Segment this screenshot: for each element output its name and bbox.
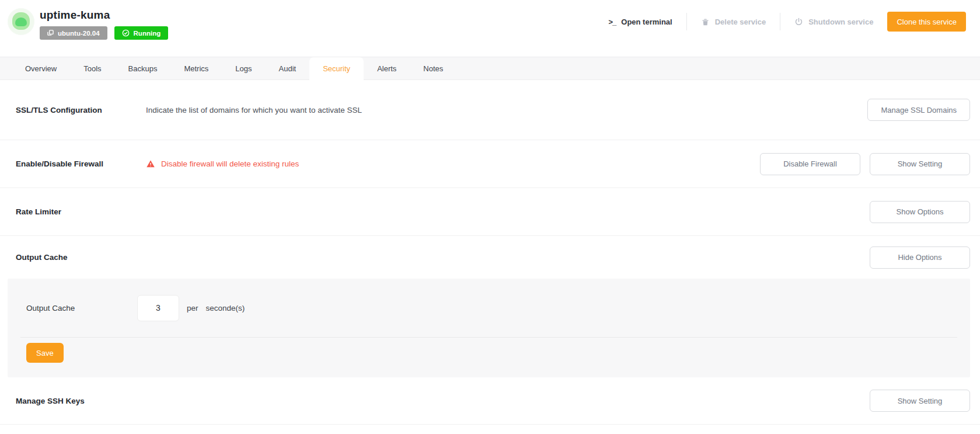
ssh-keys-row: Manage SSH Keys Show Setting [0,377,980,425]
tab-bar: Overview Tools Backups Metrics Logs Audi… [0,57,980,80]
tab-tools[interactable]: Tools [70,57,114,79]
disable-firewall-button[interactable]: Disable Firewall [760,153,860,175]
header-actions: >_ Open terminal Delete service Shutdown… [608,8,966,35]
output-cache-value-input[interactable] [137,295,179,321]
firewall-row: Enable/Disable Firewall Disable firewall… [0,140,980,188]
delete-service-button[interactable]: Delete service [701,18,766,26]
tab-backups[interactable]: Backups [115,57,171,79]
shutdown-service-button[interactable]: Shutdown service [794,18,873,26]
header-divider [686,13,687,30]
open-terminal-label: Open terminal [621,18,672,26]
firewall-label: Enable/Disable Firewall [16,159,146,168]
save-button[interactable]: Save [26,343,64,363]
tab-notes[interactable]: Notes [410,57,456,79]
check-circle-icon [122,29,130,37]
manage-ssl-domains-button[interactable]: Manage SSL Domains [867,99,970,121]
tab-overview[interactable]: Overview [12,57,70,79]
delete-service-label: Delete service [715,18,766,26]
status-badge: Running [114,26,169,40]
trash-icon [701,18,710,26]
page-title: uptime-kuma [40,9,168,22]
ssh-keys-show-setting-button[interactable]: Show Setting [870,390,970,412]
unit-label: seconde(s) [206,304,245,313]
os-badge: ubuntu-20.04 [40,26,107,40]
ssl-tls-description: Indicate the list of domains for which y… [146,106,362,114]
output-cache-setting-label: Output Cache [26,304,137,313]
tab-audit[interactable]: Audit [266,57,310,79]
clone-service-button[interactable]: Clone this service [887,12,966,32]
terminal-icon: >_ [608,18,616,26]
output-cache-hide-options-button[interactable]: Hide Options [870,246,970,269]
open-terminal-button[interactable]: >_ Open terminal [608,18,672,26]
header-divider [780,13,780,30]
service-header: uptime-kuma ubuntu-20.04 Running >_ Open… [0,0,980,57]
output-cache-row: Output Cache Hide Options [0,236,980,279]
layers-icon [47,30,54,36]
output-cache-label: Output Cache [16,253,146,262]
rate-limiter-label: Rate Limiter [16,207,146,216]
ssh-keys-label: Manage SSH Keys [16,397,146,405]
power-icon [794,18,803,26]
rate-limiter-show-options-button[interactable]: Show Options [870,201,970,223]
per-label: per [187,304,198,313]
tab-alerts[interactable]: Alerts [364,57,410,79]
service-logo-dome [15,18,27,26]
firewall-warning: Disable firewall will delete existing ru… [146,159,299,168]
rate-limiter-row: Rate Limiter Show Options [0,188,980,236]
firewall-warning-text: Disable firewall will delete existing ru… [161,159,299,168]
firewall-show-setting-button[interactable]: Show Setting [870,153,970,175]
shutdown-service-label: Shutdown service [808,18,873,26]
tab-metrics[interactable]: Metrics [170,57,222,79]
tab-logs[interactable]: Logs [222,57,265,79]
ssl-tls-row: SSL/TLS Configuration Indicate the list … [0,80,980,140]
output-cache-panel: Output Cache per seconde(s) Save [8,279,970,377]
warning-triangle-icon [146,159,155,168]
os-badge-label: ubuntu-20.04 [58,30,100,37]
status-badge-label: Running [134,30,161,37]
service-logo [8,8,34,35]
ssl-tls-label: SSL/TLS Configuration [16,106,146,114]
tab-security[interactable]: Security [309,57,364,80]
